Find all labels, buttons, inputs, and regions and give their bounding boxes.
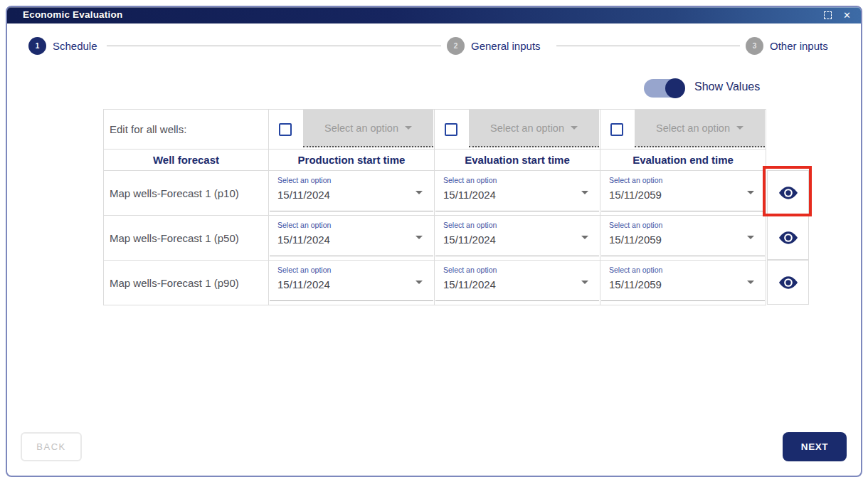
view-well-button[interactable] (767, 170, 809, 215)
dropdown-underline (270, 300, 433, 301)
dropdown-label: Select an option (609, 266, 662, 274)
step-number: 2 (454, 42, 458, 50)
production-start-dropdown[interactable]: Select an option 15/11/2024 (269, 171, 434, 215)
step-label-general-inputs: General inputs (471, 40, 541, 52)
select-placeholder: Select an option (490, 122, 564, 134)
select-placeholder: Select an option (324, 122, 398, 134)
dropdown-underline (601, 300, 765, 301)
evaluation-start-cell: Select an option 15/11/2024 (435, 261, 600, 305)
dropdown-value: 15/11/2024 (277, 189, 330, 201)
chevron-down-icon (416, 281, 423, 284)
dropdown-label: Select an option (443, 266, 497, 274)
select-placeholder: Select an option (656, 122, 730, 134)
step-indicator-schedule: 1 (28, 37, 46, 55)
restore-icon[interactable] (824, 11, 832, 19)
back-button[interactable]: BACK (21, 432, 82, 461)
dropdown-label: Select an option (277, 176, 331, 184)
header-evaluation-start: Evaluation start time (435, 150, 600, 171)
well-forecast-name: Map wells-Forecast 1 (p10) (104, 171, 269, 216)
dropdown-underline (601, 211, 765, 211)
close-icon[interactable]: ✕ (843, 11, 851, 20)
production-start-dropdown[interactable]: Select an option 15/11/2024 (269, 261, 434, 305)
evaluation-end-cell: Select an option 15/11/2059 (600, 171, 766, 216)
dropdown-value: 15/11/2059 (609, 234, 662, 246)
dropdown-value: 15/11/2024 (277, 278, 330, 290)
screen: Economic Evaluation ✕ 1 Schedule 2 Gener… (0, 0, 868, 482)
chevron-down-icon (581, 191, 588, 194)
evaluation-start-dropdown[interactable]: Select an option 15/11/2024 (435, 261, 600, 305)
chevron-down-icon (581, 236, 588, 239)
evaluation-end-dropdown[interactable]: Select an option 15/11/2059 (600, 216, 766, 260)
header-production-start: Production start time (269, 150, 435, 171)
header-well-forecast: Well forecast (104, 150, 269, 171)
dropdown-underline (601, 256, 765, 256)
dialog-titlebar: Economic Evaluation ✕ (7, 7, 861, 23)
view-well-button[interactable] (767, 215, 809, 260)
evaluation-start-cell: Select an option 15/11/2024 (435, 216, 600, 261)
edit-all-eval-start-checkbox[interactable] (445, 123, 457, 136)
eye-icon (779, 187, 798, 199)
economic-evaluation-dialog: Economic Evaluation ✕ 1 Schedule 2 Gener… (6, 6, 862, 477)
chevron-down-icon (747, 236, 754, 239)
edit-all-eval-start-cell: Select an option (435, 110, 600, 150)
production-start-dropdown[interactable]: Select an option 15/11/2024 (269, 216, 434, 260)
toggle-knob (665, 78, 685, 98)
evaluation-end-dropdown[interactable]: Select an option 15/11/2059 (600, 171, 766, 215)
dropdown-label: Select an option (609, 176, 662, 184)
table-row: Map wells-Forecast 1 (p50) Select an opt… (104, 216, 766, 261)
well-forecast-name: Map wells-Forecast 1 (p50) (104, 216, 269, 261)
dialog-title: Economic Evaluation (23, 9, 122, 20)
chevron-down-icon (416, 191, 423, 194)
edit-all-wells-label: Edit for all wells: (104, 110, 269, 150)
edit-all-production-select[interactable]: Select an option (303, 110, 433, 147)
dropdown-value: 15/11/2059 (609, 278, 662, 290)
step-connector-2 (556, 46, 740, 46)
dropdown-underline (270, 256, 433, 256)
dropdown-underline (435, 211, 599, 211)
dropdown-value: 15/11/2024 (277, 234, 330, 246)
next-button[interactable]: NEXT (783, 432, 847, 461)
dropdown-label: Select an option (277, 266, 331, 274)
edit-all-eval-end-checkbox[interactable] (610, 123, 623, 136)
evaluation-start-dropdown[interactable]: Select an option 15/11/2024 (435, 216, 600, 260)
edit-all-wells-row: Edit for all wells: Select an option Sel… (104, 110, 766, 150)
chevron-down-icon (416, 236, 423, 239)
dropdown-label: Select an option (443, 176, 497, 184)
show-values-toggle[interactable] (644, 79, 684, 98)
edit-all-production-cell: Select an option (269, 110, 435, 150)
dropdown-value: 15/11/2024 (443, 278, 496, 290)
dropdown-label: Select an option (609, 221, 662, 229)
dropdown-underline (435, 300, 599, 301)
dropdown-underline (270, 211, 433, 211)
view-well-button[interactable] (767, 260, 809, 305)
chevron-down-icon (736, 126, 743, 130)
production-start-cell: Select an option 15/11/2024 (269, 216, 435, 261)
edit-all-production-checkbox[interactable] (279, 123, 292, 136)
step-label-schedule: Schedule (53, 40, 97, 52)
edit-all-eval-start-select[interactable]: Select an option (469, 110, 599, 147)
evaluation-start-dropdown[interactable]: Select an option 15/11/2024 (435, 171, 600, 215)
table-row: Map wells-Forecast 1 (p10) Select an opt… (104, 171, 766, 216)
step-number: 3 (753, 42, 757, 50)
chevron-down-icon (405, 126, 412, 130)
production-start-cell: Select an option 15/11/2024 (269, 261, 435, 305)
edit-all-eval-end-select[interactable]: Select an option (635, 110, 765, 147)
step-indicator-other-inputs: 3 (746, 37, 763, 55)
table-header-row: Well forecast Production start time Eval… (104, 150, 766, 171)
show-values-label: Show Values (694, 80, 760, 93)
dropdown-value: 15/11/2024 (443, 234, 496, 246)
header-evaluation-end: Evaluation end time (600, 150, 766, 171)
evaluation-end-dropdown[interactable]: Select an option 15/11/2059 (600, 261, 766, 305)
step-number: 1 (36, 42, 40, 50)
well-forecast-name: Map wells-Forecast 1 (p90) (104, 261, 269, 305)
dropdown-underline (435, 256, 599, 256)
evaluation-end-cell: Select an option 15/11/2059 (600, 261, 766, 305)
dropdown-value: 15/11/2024 (443, 189, 496, 201)
chevron-down-icon (747, 191, 754, 194)
eye-icon (779, 231, 798, 244)
dropdown-label: Select an option (277, 221, 331, 229)
step-indicator-general-inputs: 2 (447, 37, 465, 55)
step-label-other-inputs: Other inputs (770, 40, 828, 52)
table-row: Map wells-Forecast 1 (p90) Select an opt… (104, 261, 766, 305)
edit-all-eval-end-cell: Select an option (600, 110, 766, 150)
